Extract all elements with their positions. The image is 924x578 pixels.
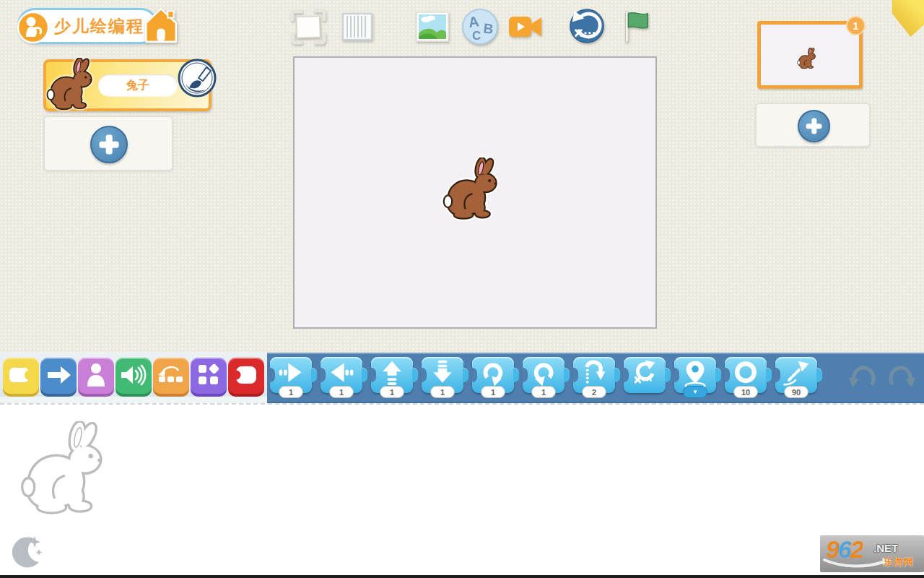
block-position-dropdown[interactable]: ▼ bbox=[683, 386, 707, 398]
svg-text:C: C bbox=[472, 29, 481, 43]
move-down-icon bbox=[427, 359, 458, 388]
block-value[interactable]: 1 bbox=[481, 386, 505, 398]
speaker-icon bbox=[118, 359, 149, 391]
block-value[interactable]: 90 bbox=[784, 386, 808, 398]
night-mode-button[interactable] bbox=[7, 530, 48, 571]
start-flag-button[interactable] bbox=[615, 7, 654, 46]
block-value[interactable]: 1 bbox=[380, 386, 404, 398]
bottom-edge-bar bbox=[0, 575, 924, 578]
stage-rabbit-sprite[interactable] bbox=[443, 150, 506, 229]
svg-text:A: A bbox=[468, 13, 480, 30]
page-thumbnail[interactable] bbox=[757, 21, 863, 89]
block-bounce-angle[interactable]: 90 bbox=[775, 357, 817, 393]
go-home-icon bbox=[629, 359, 661, 388]
start-flag-icon bbox=[616, 7, 653, 45]
move-right-icon bbox=[275, 359, 307, 388]
home-icon bbox=[141, 6, 180, 45]
move-up-icon bbox=[376, 359, 408, 388]
character-card[interactable]: 兔子 bbox=[43, 59, 212, 111]
block-move-left[interactable]: 1 bbox=[321, 357, 362, 393]
block-turn-left[interactable]: 1 bbox=[523, 357, 565, 393]
add-character-button[interactable] bbox=[90, 126, 128, 163]
watermark: 962 .NET 乐游网 bbox=[820, 535, 924, 572]
script-canvas[interactable] bbox=[0, 403, 924, 575]
block-move-down[interactable]: 1 bbox=[422, 357, 463, 393]
character-name: 兔子 bbox=[98, 74, 178, 96]
redo-icon bbox=[886, 363, 918, 390]
shapes-grid-icon bbox=[193, 359, 225, 391]
undo-icon bbox=[846, 363, 878, 390]
category-trigger-button[interactable] bbox=[3, 358, 39, 394]
end-block-icon bbox=[230, 359, 262, 391]
reset-characters-icon bbox=[568, 7, 606, 45]
fullscreen-icon bbox=[289, 7, 328, 46]
app-title: 少儿绘编程 bbox=[54, 15, 144, 38]
category-looks-button[interactable] bbox=[78, 358, 114, 394]
turn-left-icon bbox=[528, 359, 559, 388]
block-value[interactable]: 1 bbox=[279, 386, 303, 398]
add-character-panel bbox=[43, 116, 173, 171]
svg-text:B: B bbox=[483, 20, 494, 37]
rabbit-outline-sketch bbox=[20, 418, 116, 520]
add-text-button[interactable]: A C B bbox=[461, 7, 500, 46]
paint-edit-button[interactable] bbox=[177, 58, 217, 98]
block-value[interactable]: 1 bbox=[430, 386, 455, 398]
undo-button[interactable] bbox=[846, 363, 878, 390]
redo-button[interactable] bbox=[886, 363, 918, 390]
record-video-icon bbox=[505, 7, 544, 46]
block-turn-right[interactable]: 1 bbox=[472, 357, 514, 393]
text-abc-icon: A C B bbox=[461, 7, 500, 46]
moon-icon bbox=[7, 530, 48, 571]
app-logo: 少儿绘编程 bbox=[17, 8, 158, 44]
trigger-block-icon bbox=[5, 359, 37, 391]
block-move-right[interactable]: 1 bbox=[270, 357, 312, 393]
add-page-button[interactable] bbox=[798, 110, 830, 142]
block-move-up[interactable]: 1 bbox=[371, 357, 413, 393]
change-background-button[interactable] bbox=[413, 7, 452, 46]
loop-blocks-icon bbox=[155, 359, 187, 391]
category-end-button[interactable] bbox=[228, 358, 264, 394]
block-toolbar: 1 1 1 1 bbox=[0, 353, 924, 403]
motion-arrow-icon bbox=[43, 359, 74, 391]
paintbrush-icon bbox=[177, 58, 217, 98]
block-value[interactable]: 1 bbox=[329, 386, 354, 398]
grid-button[interactable] bbox=[338, 7, 377, 46]
block-move-circle[interactable]: 10 bbox=[725, 357, 767, 393]
record-button[interactable] bbox=[505, 7, 544, 46]
block-value[interactable]: 2 bbox=[582, 386, 606, 398]
block-categories bbox=[0, 353, 267, 403]
watermark-swoosh-icon bbox=[821, 556, 894, 570]
category-control-button[interactable] bbox=[153, 358, 189, 394]
person-icon bbox=[80, 359, 112, 391]
turn-right-icon bbox=[477, 359, 509, 388]
hop-icon bbox=[578, 359, 610, 388]
watermark-cn: 乐游网 bbox=[884, 556, 914, 569]
category-sound-button[interactable] bbox=[116, 358, 152, 394]
page-number-badge: 1 bbox=[846, 16, 866, 35]
circle-path-icon bbox=[730, 359, 762, 388]
character-rabbit-image bbox=[46, 56, 100, 113]
category-motion-button[interactable] bbox=[40, 358, 77, 394]
watermark-tld: .NET bbox=[873, 542, 898, 554]
reset-characters-button[interactable] bbox=[567, 7, 606, 46]
location-pin-icon bbox=[679, 359, 711, 389]
page-thumbnail-rabbit bbox=[797, 45, 819, 72]
block-value[interactable]: 1 bbox=[531, 386, 556, 398]
grid-icon bbox=[338, 7, 377, 46]
background-icon bbox=[413, 7, 452, 46]
app-screen: 少儿绘编程 兔子 bbox=[0, 0, 924, 578]
add-page-panel bbox=[755, 103, 871, 147]
block-go-home[interactable] bbox=[624, 357, 666, 393]
block-go-to-position[interactable]: ▼ bbox=[674, 357, 716, 393]
category-shapes-button[interactable] bbox=[191, 358, 227, 394]
page-curl[interactable] bbox=[892, 0, 924, 38]
move-left-icon bbox=[326, 359, 357, 388]
fullscreen-button[interactable] bbox=[289, 7, 328, 46]
bounce-arrow-icon bbox=[780, 359, 812, 388]
block-hop[interactable]: 2 bbox=[573, 357, 615, 393]
stage[interactable] bbox=[293, 56, 657, 329]
home-button[interactable] bbox=[141, 6, 180, 45]
block-value[interactable]: 10 bbox=[733, 386, 758, 398]
mascot-icon bbox=[17, 11, 50, 44]
